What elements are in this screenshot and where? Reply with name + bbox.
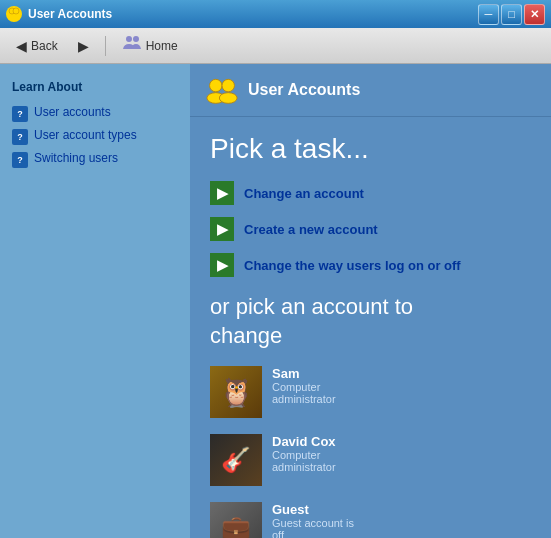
window-title: User Accounts [28,7,478,21]
task-label-1: Change an account [244,186,364,201]
sidebar-item-switching-users[interactable]: ? Switching users [0,148,190,171]
task-arrow-3: ▶ [210,253,234,277]
back-label: Back [31,39,58,53]
sidebar-label-account-types: User account types [34,128,137,142]
help-icon-2: ? [12,129,28,145]
task-label-2: Create a new account [244,222,378,237]
account-role-david: Computeradministrator [272,449,336,473]
content-header: User Accounts [190,64,551,117]
back-arrow-icon: ◀ [16,38,27,54]
back-button[interactable]: ◀ Back [8,34,66,58]
forward-button[interactable]: ▶ [70,34,97,58]
account-name-sam: Sam [272,366,336,381]
user-accounts-header-icon [206,74,238,106]
avatar-sam: 🦉 [210,366,262,418]
task-logon-off[interactable]: ▶ Change the way users log on or off [210,253,531,277]
avatar-david: 🎸 [210,434,262,486]
sidebar-label-user-accounts: User accounts [34,105,111,119]
account-role-guest: Guest account isoff [272,517,354,538]
app-icon [6,6,22,22]
forward-arrow-icon: ▶ [78,38,89,54]
minimize-button[interactable]: ─ [478,4,499,25]
svg-point-3 [133,36,139,42]
title-bar: User Accounts ─ □ ✕ [0,0,551,28]
svg-point-2 [126,36,132,42]
home-label: Home [146,39,178,53]
content-header-title: User Accounts [248,81,360,99]
sidebar-label-switching-users: Switching users [34,151,118,165]
svg-point-1 [13,8,19,14]
maximize-button[interactable]: □ [501,4,522,25]
svg-point-6 [222,79,234,91]
arrow-icon-1: ▶ [217,185,228,201]
home-icon [122,35,142,56]
account-info-sam: Sam Computeradministrator [272,366,336,405]
account-info-david: David Cox Computeradministrator [272,434,336,473]
or-pick-title: or pick an account tochange [210,293,531,350]
main-layout: Learn About ? User accounts ? User accou… [0,64,551,538]
svg-point-7 [219,93,237,104]
sidebar-item-account-types[interactable]: ? User account types [0,125,190,148]
nav-separator [105,36,106,56]
task-create-account[interactable]: ▶ Create a new account [210,217,531,241]
help-icon-1: ? [12,106,28,122]
sidebar: Learn About ? User accounts ? User accou… [0,64,190,538]
account-name-david: David Cox [272,434,336,449]
account-card-guest[interactable]: 💼 Guest Guest account isoff [210,502,365,538]
pick-task-title: Pick a task... [210,133,531,165]
home-button[interactable]: Home [114,31,186,60]
help-icon-3: ? [12,152,28,168]
task-change-account[interactable]: ▶ Change an account [210,181,531,205]
content-area: User Accounts Pick a task... ▶ Change an… [190,64,551,538]
avatar-guest: 💼 [210,502,262,538]
task-arrow-1: ▶ [210,181,234,205]
account-role-sam: Computeradministrator [272,381,336,405]
svg-point-4 [210,79,222,91]
account-card-david[interactable]: 🎸 David Cox Computeradministrator [210,434,365,486]
window-controls: ─ □ ✕ [478,4,545,25]
close-button[interactable]: ✕ [524,4,545,25]
arrow-icon-2: ▶ [217,221,228,237]
account-name-guest: Guest [272,502,354,517]
nav-bar: ◀ Back ▶ Home [0,28,551,64]
sidebar-item-user-accounts[interactable]: ? User accounts [0,102,190,125]
accounts-grid: 🦉 Sam Computeradministrator 🎸 David Cox … [210,366,531,538]
task-arrow-2: ▶ [210,217,234,241]
sidebar-section-title: Learn About [0,76,190,102]
arrow-icon-3: ▶ [217,257,228,273]
task-label-3: Change the way users log on or off [244,258,461,273]
account-card-sam[interactable]: 🦉 Sam Computeradministrator [210,366,365,418]
account-info-guest: Guest Guest account isoff [272,502,354,538]
content-body: Pick a task... ▶ Change an account ▶ Cre… [190,117,551,538]
